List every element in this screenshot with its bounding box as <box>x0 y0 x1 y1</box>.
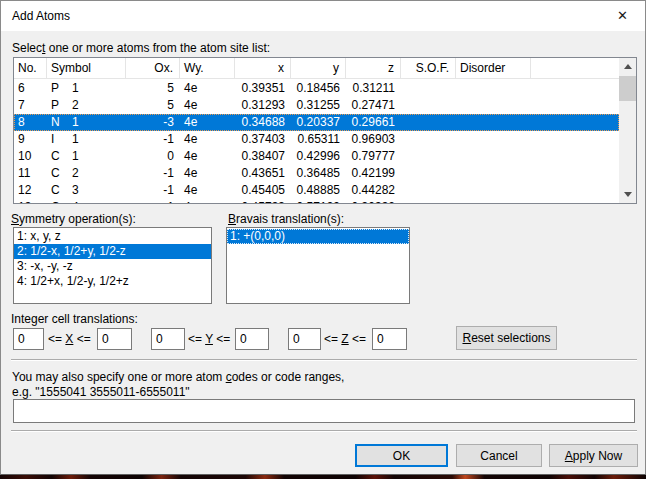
symmetry-operations-listbox[interactable]: 1: x, y, z2: 1/2-x, 1/2+y, 1/2-z3: -x, -… <box>13 227 212 304</box>
label-part: <= <box>48 332 65 346</box>
table-row[interactable]: 10C104e0.384070.429960.79777 <box>14 148 619 165</box>
cell-ox: -1 <box>126 199 180 204</box>
list-item[interactable]: 1: +(0,0,0) <box>227 229 409 244</box>
atom-table-header[interactable]: No.SymbolOx.Wy.xyzS.O.F.Disorder <box>14 58 619 79</box>
cancel-button[interactable]: Cancel <box>456 444 542 467</box>
cell-sof <box>401 114 456 131</box>
table-row[interactable]: 8N1-34e0.346880.203370.29661 <box>14 114 619 131</box>
cell-y: 0.65311 <box>291 131 346 148</box>
x-min-input[interactable] <box>13 328 44 350</box>
cell-y: 0.57199 <box>291 199 346 204</box>
cell-wy: 4e <box>180 80 235 97</box>
dialog-title: Add Atoms <box>12 9 70 23</box>
label-part: You may also specify one or more atom <box>12 370 226 384</box>
y-range-label: <= Y <= <box>188 332 230 346</box>
table-row[interactable]: 7P254e0.312930.312550.27471 <box>14 97 619 114</box>
x-max-input[interactable] <box>97 328 132 350</box>
cell-x: 0.45405 <box>235 182 291 199</box>
column-header-disorder[interactable]: Disorder <box>456 58 531 78</box>
separator <box>11 430 637 432</box>
cell-y: 0.48885 <box>291 182 346 199</box>
list-item[interactable]: 3: -x, -y, -z <box>14 259 211 274</box>
cell-ox: -1 <box>126 182 180 199</box>
y-min-input[interactable] <box>151 328 185 350</box>
cell-symbol: I1 <box>47 131 126 148</box>
cell-wy: 4e <box>180 165 235 182</box>
cell-x: 0.37403 <box>235 131 291 148</box>
titlebar[interactable]: Add Atoms ✕ <box>1 1 645 31</box>
reset-selections-button[interactable]: Reset selections <box>456 326 557 350</box>
label-part: odes or code ranges, <box>232 370 345 384</box>
z-range-label: <= Z <= <box>324 332 366 346</box>
cell-sof <box>401 165 456 182</box>
cell-no: 11 <box>14 165 47 182</box>
z-min-input[interactable] <box>288 328 321 350</box>
cell-ox: -3 <box>126 114 180 131</box>
add-atoms-dialog: Add Atoms ✕ Select one or more atoms fro… <box>0 0 646 475</box>
scroll-down-button[interactable] <box>619 186 636 203</box>
column-header-sof[interactable]: S.O.F. <box>401 58 456 78</box>
list-item[interactable]: 1: x, y, z <box>14 229 211 244</box>
column-header-no[interactable]: No. <box>14 58 47 78</box>
cell-disorder <box>456 199 531 204</box>
scroll-up-button[interactable] <box>619 58 636 75</box>
label-part: one or more atoms from the atom site lis… <box>45 41 270 55</box>
cell-sof <box>401 148 456 165</box>
cell-sof <box>401 199 456 204</box>
column-header-y[interactable]: y <box>291 58 346 78</box>
cell-symbol: P2 <box>47 97 126 114</box>
cell-z: 0.27471 <box>346 97 401 114</box>
table-row[interactable]: 9I1-14e0.374030.653110.96903 <box>14 131 619 148</box>
cell-x: 0.38407 <box>235 148 291 165</box>
cell-z: 0.79777 <box>346 148 401 165</box>
table-row[interactable]: 11C2-14e0.436510.364850.42199 <box>14 165 619 182</box>
label-part: <= <box>324 332 341 346</box>
label-part: <= <box>73 332 90 346</box>
cell-no: 7 <box>14 97 47 114</box>
column-header-wy[interactable]: Wy. <box>180 58 235 78</box>
label-mnemonic: B <box>228 212 236 226</box>
atom-codes-input[interactable] <box>13 399 635 423</box>
atom-site-list[interactable]: No.SymbolOx.Wy.xyzS.O.F.Disorder 6P154e0… <box>13 57 637 204</box>
cell-disorder <box>456 80 531 97</box>
list-item[interactable]: 4: 1/2+x, 1/2-y, 1/2+z <box>14 274 211 289</box>
cell-no: 8 <box>14 114 47 131</box>
cell-x: 0.39351 <box>235 80 291 97</box>
arrow-up-icon <box>624 64 632 69</box>
cell-wy: 4e <box>180 199 235 204</box>
vertical-scrollbar[interactable] <box>619 58 636 203</box>
cell-x: 0.34688 <box>235 114 291 131</box>
ok-button[interactable]: OK <box>355 444 448 467</box>
arrow-down-icon <box>624 192 632 197</box>
column-header-x[interactable]: x <box>235 58 291 78</box>
cell-disorder <box>456 114 531 131</box>
close-icon[interactable]: ✕ <box>600 1 645 30</box>
bravais-translations-listbox[interactable]: 1: +(0,0,0) <box>226 227 410 304</box>
x-range-label: <= X <= <box>48 332 91 346</box>
table-row[interactable]: 6P154e0.393510.184560.31211 <box>14 80 619 97</box>
cell-ox: 5 <box>126 97 180 114</box>
list-item[interactable]: 2: 1/2-x, 1/2+y, 1/2-z <box>14 244 211 259</box>
z-max-input[interactable] <box>372 328 407 350</box>
cell-z: 0.31211 <box>346 80 401 97</box>
codes-hint-line1: You may also specify one or more atom co… <box>12 370 344 384</box>
screen: Add Atoms ✕ Select one or more atoms fro… <box>0 0 646 479</box>
cell-wy: 4e <box>180 131 235 148</box>
table-row[interactable]: 13C4-14e0.457330.571990.30332 <box>14 199 619 204</box>
table-row[interactable]: 12C3-14e0.454050.488850.44282 <box>14 182 619 199</box>
label-part: <= <box>213 332 230 346</box>
y-max-input[interactable] <box>235 328 269 350</box>
label-part: eset selections <box>471 331 550 345</box>
cell-no: 13 <box>14 199 47 204</box>
cell-symbol: P1 <box>47 80 126 97</box>
label-part: pply Now <box>573 449 622 463</box>
label-part: ravais translation(s): <box>236 212 344 226</box>
column-header-z[interactable]: z <box>346 58 401 78</box>
cell-z: 0.42199 <box>346 165 401 182</box>
cell-wy: 4e <box>180 97 235 114</box>
apply-now-button[interactable]: Apply Now <box>549 444 638 467</box>
cell-z: 0.30332 <box>346 199 401 204</box>
scrollbar-thumb[interactable] <box>619 76 636 101</box>
column-header-ox[interactable]: Ox. <box>126 58 180 78</box>
column-header-symbol[interactable]: Symbol <box>47 58 126 78</box>
